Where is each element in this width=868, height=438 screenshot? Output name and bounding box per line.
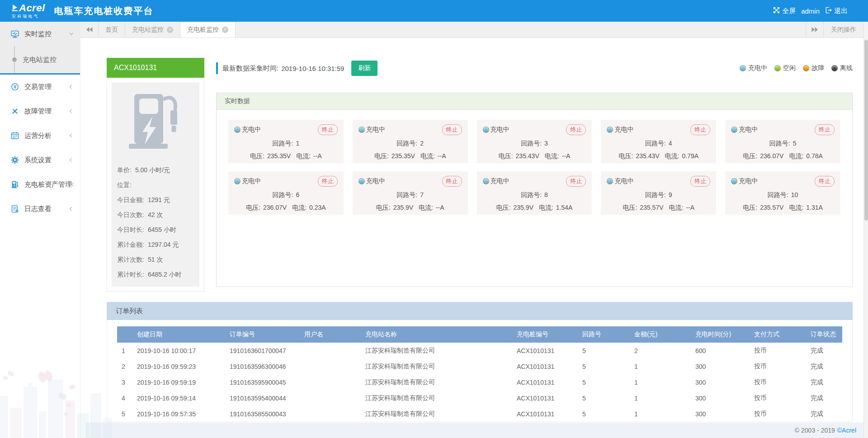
circuit-card: 充电中 终止 回路号:7 电压:235.9V电流:--A <box>353 171 468 215</box>
terminate-button[interactable]: 终止 <box>318 124 338 135</box>
cell-amount: 1 <box>630 358 691 374</box>
username[interactable]: admin <box>801 7 820 15</box>
sidebar-item[interactable]: 运营分析 <box>0 123 80 148</box>
pile-stats: 单价: 5.00 小时/元 位置: 今日金额: 1291 元 今日次数: 42 … <box>117 166 194 278</box>
charging-status-icon <box>731 127 737 133</box>
charging-status-icon <box>483 178 489 184</box>
sidebar-item[interactable]: 故障管理 <box>0 99 80 123</box>
table-row[interactable]: 1 2019-10-16 10:00:17 1910163601700047 江… <box>117 343 842 358</box>
circuit-number-line: 回路号:9 <box>607 191 710 199</box>
status-legend: 充电中 空闲 故障 离线 <box>740 64 853 72</box>
scroll-tabs-right-button[interactable] <box>806 22 824 38</box>
circuit-card-grid: 充电中 终止 回路号:1 电压:235.35V电流:--A 充电中 终止 回路号… <box>217 110 852 225</box>
voltage-current-line: 电压:236.07V电流:0.23A <box>234 204 338 212</box>
cell-user <box>300 390 361 406</box>
cell-date: 2019-10-16 10:00:17 <box>132 343 225 358</box>
terminate-button[interactable]: 终止 <box>442 176 462 187</box>
cell-circuit: 5 <box>578 390 630 406</box>
terminate-button[interactable]: 终止 <box>318 176 338 187</box>
logo-subtext: 安科瑞电气 <box>12 14 45 19</box>
collect-time-value: 2019-10-16 10:31:59 <box>281 65 344 72</box>
circuit-card: 充电中 终止 回路号:4 电压:235.43V电流:0.79A <box>601 120 716 163</box>
chevron-icon <box>70 158 74 162</box>
tab-close-icon[interactable]: × <box>222 27 228 33</box>
pile-stat-row: 位置: <box>117 181 194 189</box>
circuit-card: 充电中 终止 回路号:10 电压:235.57V电流:1.31A <box>725 171 840 215</box>
sidebar-item[interactable]: 充电桩资产管理 <box>0 172 80 197</box>
tab[interactable]: 充电站监控× <box>125 22 180 38</box>
legend-item: 离线 <box>831 64 853 72</box>
terminate-button[interactable]: 终止 <box>566 124 586 135</box>
stat-label: 累计次数: <box>117 255 144 264</box>
cell-date: 2019-10-16 09:57:35 <box>132 406 225 422</box>
legend-item: 空闲 <box>774 64 796 72</box>
sidebar-item[interactable]: 实时监控 <box>0 22 80 46</box>
terminate-button[interactable]: 终止 <box>442 124 462 135</box>
circuit-number-line: 回路号:2 <box>359 140 462 148</box>
terminate-button[interactable]: 终止 <box>566 176 586 187</box>
monitor-icon <box>11 30 19 38</box>
logout-button[interactable]: 退出 <box>825 7 848 15</box>
cell-user <box>300 343 361 358</box>
close-operations-button[interactable]: 关闭操作 <box>824 22 863 38</box>
cell-pay: 投币 <box>750 406 806 422</box>
tab-bar: 首页充电站监控×充电桩监控× 关闭操作 <box>80 22 868 38</box>
charging-status: 充电中 <box>359 126 385 134</box>
table-row[interactable]: 2 2019-10-16 09:59:23 1910163596300046 江… <box>117 358 842 374</box>
tab-close-icon[interactable]: × <box>167 27 173 33</box>
cell-order-no: 1910163585500043 <box>225 406 300 422</box>
cell-circuit: 5 <box>578 406 630 422</box>
realtime-panel-title: 实时数据 <box>217 93 852 110</box>
transaction-icon: ¥ <box>11 83 19 91</box>
column-header: 金额(元) <box>630 326 691 343</box>
cell-minutes: 600 <box>691 343 750 358</box>
voltage-current-line: 电压:235.35V电流:--A <box>359 152 462 160</box>
refresh-button[interactable]: 刷新 <box>351 61 377 76</box>
cell-index: 4 <box>117 390 132 406</box>
table-row[interactable]: 5 2019-10-16 09:57:35 1910163585500043 江… <box>117 406 842 422</box>
terminate-button[interactable]: 终止 <box>815 176 835 187</box>
footer: © 2003 - 2019 ©Acrel <box>86 423 868 438</box>
voltage-current-line: 电压:235.57V电流:1.31A <box>731 204 835 212</box>
stat-label: 今日次数: <box>117 211 144 219</box>
vertical-scrollbar[interactable] <box>863 22 868 438</box>
scroll-tabs-left-button[interactable] <box>80 22 99 38</box>
chevron-icon <box>70 134 74 138</box>
fullscreen-button[interactable]: 全屏 <box>773 7 796 15</box>
charging-status-icon <box>483 127 489 133</box>
circuit-card: 充电中 终止 回路号:3 电压:235.43V电流:--A <box>477 120 592 163</box>
cell-circuit: 5 <box>578 374 630 390</box>
scrollbar-thumb[interactable] <box>864 40 868 221</box>
chevron-icon <box>70 109 74 113</box>
sidebar-item[interactable]: ¥交易管理 <box>0 75 80 99</box>
sidebar-subitem[interactable]: 充电站监控 <box>0 46 80 73</box>
circuit-number-line: 回路号:8 <box>483 191 586 199</box>
cell-pile: ACX1010131 <box>512 358 578 374</box>
terminate-button[interactable]: 终止 <box>815 124 835 135</box>
cell-status: 完成 <box>806 406 842 422</box>
acrel-sail-icon <box>12 4 18 13</box>
column-header: 用户名 <box>300 326 361 343</box>
sidebar-item[interactable]: 系统设置 <box>0 148 80 172</box>
cell-minutes: 300 <box>691 374 750 390</box>
status-sphere-icon <box>740 65 746 71</box>
acrel-link[interactable]: ©Acrel <box>837 427 856 434</box>
logo-text: Acrel <box>19 3 45 13</box>
status-sphere-icon <box>803 65 809 71</box>
sidebar-item[interactable]: 日志查看 <box>0 197 80 221</box>
cell-date: 2019-10-16 09:59:23 <box>132 358 225 374</box>
chevron-icon <box>70 31 74 35</box>
orders-table: 创建日期 订单编号 用户名 充电站名称 充电桩编号 回路号 金额(元) 充电时间… <box>117 326 842 422</box>
tab[interactable]: 首页 <box>99 22 125 38</box>
tab[interactable]: 充电桩监控× <box>180 22 236 38</box>
log-icon <box>11 205 19 213</box>
table-row[interactable]: 3 2019-10-16 09:59:19 1910163595900045 江… <box>117 374 842 390</box>
table-row[interactable]: 4 2019-10-16 09:59:14 1910163595400044 江… <box>117 390 842 406</box>
terminate-button[interactable]: 终止 <box>690 176 710 187</box>
charging-pile-icon <box>117 88 194 159</box>
circuit-number-line: 回路号:7 <box>359 191 462 199</box>
circuit-number-line: 回路号:3 <box>483 140 586 148</box>
cell-index: 1 <box>117 343 132 358</box>
terminate-button[interactable]: 终止 <box>690 124 710 135</box>
cell-amount: 2 <box>630 343 691 358</box>
